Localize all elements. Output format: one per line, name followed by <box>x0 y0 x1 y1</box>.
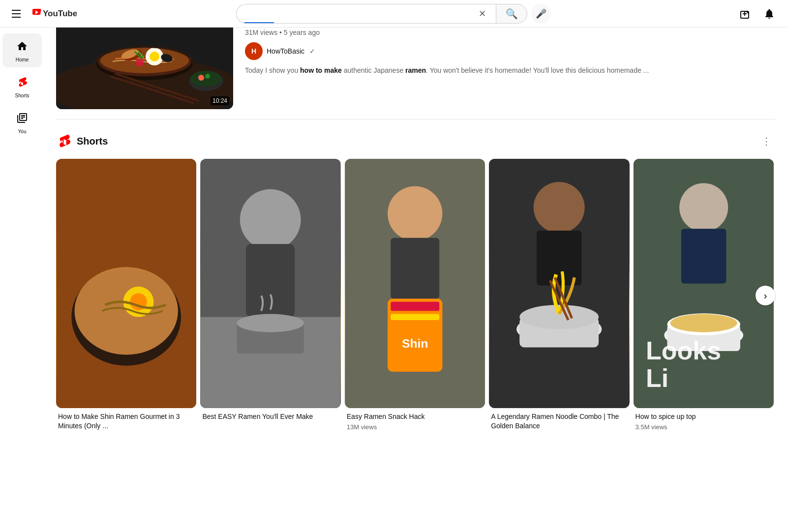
short-card-2[interactable]: Best EASY Ramen You'll Ever Make <box>200 159 340 433</box>
svg-point-59 <box>670 314 737 332</box>
sidebar-item-home[interactable]: Home <box>2 33 42 67</box>
short-info-4: A Legendary Ramen Noodle Combo | The Gol… <box>489 408 629 432</box>
short-thumb-5: Looks Li <box>634 159 774 408</box>
search-underline <box>244 22 274 23</box>
svg-rect-42 <box>391 314 439 320</box>
channel-name[interactable]: HowToBasic <box>267 47 304 55</box>
featured-description: Today I show you how to make authentic J… <box>245 66 775 76</box>
sidebar-home-label: Home <box>16 57 29 62</box>
shorts-heading: Shorts <box>77 136 108 147</box>
short-title-1: How to Make Shin Ramen Gourmet in 3 Minu… <box>58 412 194 430</box>
svg-point-20 <box>198 75 204 81</box>
channel-row: H HowToBasic ✓ <box>245 42 775 60</box>
short-thumb-image-4 <box>489 159 629 408</box>
short-thumb-image-1 <box>56 159 196 408</box>
short-title-4: A Legendary Ramen Noodle Combo | The Gol… <box>491 412 627 430</box>
search-icon: 🔍 <box>506 8 518 20</box>
more-options-icon: ⋮ <box>761 135 771 147</box>
header: YouTube how to make ramen ✕ 🔍 🎤 <box>0 0 787 28</box>
sidebar-shorts-label: Shorts <box>15 93 30 98</box>
short-thumb-1 <box>56 159 196 408</box>
short2-image <box>200 159 340 408</box>
desc-bold1: how to make <box>300 66 342 74</box>
search-clear-button[interactable]: ✕ <box>477 6 488 21</box>
svg-text:Li: Li <box>646 364 668 392</box>
short-card-1[interactable]: How to Make Shin Ramen Gourmet in 3 Minu… <box>56 159 196 433</box>
short-thumb-4 <box>489 159 629 408</box>
shorts-more-button[interactable]: ⋮ <box>757 131 775 151</box>
svg-point-8 <box>150 52 159 61</box>
short-thumb-2 <box>200 159 340 408</box>
youtube-logo-svg: YouTube <box>32 9 77 19</box>
featured-video-meta: 31M views • 5 years ago <box>245 29 775 36</box>
short-title-2: Best EASY Ramen You'll Ever Make <box>202 412 338 421</box>
channel-avatar-icon: H <box>245 42 263 60</box>
create-icon <box>740 8 752 20</box>
short-info-3: Easy Ramen Snack Hack 13M views <box>345 408 485 432</box>
svg-point-31 <box>240 189 301 250</box>
sidebar-item-you[interactable]: You <box>2 105 42 139</box>
microphone-icon: 🎤 <box>536 8 546 19</box>
short-info-2: Best EASY Ramen You'll Ever Make <box>200 408 340 423</box>
you-icon <box>16 112 28 127</box>
search-input[interactable]: how to make ramen <box>244 9 477 18</box>
short5-image: Looks Li <box>634 159 774 408</box>
short-thumb-image-3: Shin <box>345 159 485 408</box>
chevron-right-icon: › <box>764 290 767 301</box>
shorts-section: Shorts ⋮ <box>56 131 775 433</box>
hamburger-icon <box>12 10 21 18</box>
youtube-logo[interactable]: YouTube <box>32 9 77 19</box>
search-input-wrap: how to make ramen ✕ <box>236 4 496 24</box>
short-thumb-3: Shin <box>345 159 485 408</box>
svg-point-19 <box>190 71 222 87</box>
desc-end: . You won't believe it's homemade! You'l… <box>426 66 649 74</box>
short-thumb-image-2 <box>200 159 340 408</box>
sidebar-you-label: You <box>18 129 27 134</box>
search-button[interactable]: 🔍 <box>496 4 527 24</box>
channel-avatar[interactable]: H <box>245 42 263 60</box>
shorts-next-button[interactable]: › <box>756 286 775 305</box>
header-left: YouTube <box>8 6 106 22</box>
short-card-3[interactable]: Shin Easy Ramen Snack Hack 13M views <box>345 159 485 433</box>
menu-button[interactable] <box>8 6 25 22</box>
short-thumb-image-5: Looks Li <box>634 159 774 408</box>
short3-image: Shin <box>345 159 485 408</box>
header-center: how to make ramen ✕ 🔍 🎤 <box>236 4 551 24</box>
svg-point-21 <box>205 74 210 79</box>
svg-rect-39 <box>391 238 439 299</box>
voice-search-button[interactable]: 🎤 <box>531 4 551 24</box>
svg-rect-55 <box>681 229 726 283</box>
svg-rect-41 <box>391 302 439 311</box>
notifications-button[interactable] <box>759 4 779 24</box>
svg-rect-32 <box>246 244 295 317</box>
svg-point-14 <box>136 59 144 66</box>
shorts-header: Shorts ⋮ <box>56 131 775 151</box>
shorts-section-icon <box>56 133 72 149</box>
short-card-4[interactable]: A Legendary Ramen Noodle Combo | The Gol… <box>489 159 629 433</box>
short-info-5: How to spice up top 3.5M views <box>634 408 774 432</box>
search-form: how to make ramen ✕ 🔍 <box>236 4 527 24</box>
shorts-nav-icon <box>16 76 28 91</box>
svg-point-45 <box>534 182 585 233</box>
duration-badge: 10:24 <box>211 96 229 105</box>
desc-bold2: ramen <box>405 66 426 74</box>
svg-text:H: H <box>251 47 256 55</box>
short1-image <box>56 159 196 408</box>
short-card-5[interactable]: Looks Li How to spice up top 3.5M views <box>634 159 774 433</box>
short-views-5: 3.5M views <box>636 423 772 431</box>
short-title-5: How to spice up top <box>636 412 772 421</box>
short-info-1: How to Make Shin Ramen Gourmet in 3 Minu… <box>56 408 196 432</box>
home-icon <box>16 40 28 55</box>
short-title-3: Easy Ramen Snack Hack <box>347 412 483 421</box>
create-button[interactable] <box>736 4 756 24</box>
svg-text:Looks: Looks <box>646 336 721 365</box>
short-views-3: 13M views <box>347 423 483 431</box>
main-content: 10:24 How To Make Ramen 31M views • 5 ye… <box>44 0 787 504</box>
sidebar: Home Shorts You <box>0 28 44 504</box>
svg-point-36 <box>237 314 304 332</box>
sidebar-item-shorts[interactable]: Shorts <box>2 69 42 103</box>
svg-point-54 <box>679 183 728 232</box>
shorts-wrapper: How to Make Shin Ramen Gourmet in 3 Minu… <box>56 159 775 433</box>
verified-badge: ✓ <box>309 47 315 55</box>
shorts-grid: How to Make Shin Ramen Gourmet in 3 Minu… <box>56 159 775 433</box>
